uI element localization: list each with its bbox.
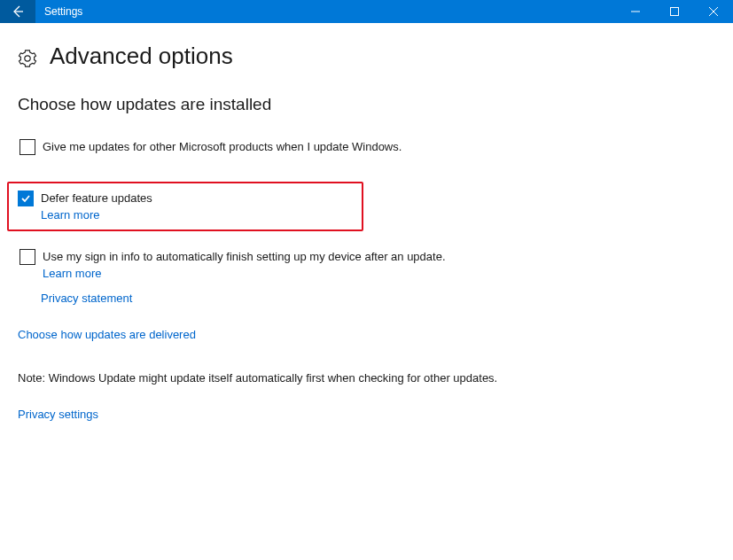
- learn-more-defer-link[interactable]: Learn more: [41, 207, 152, 223]
- learn-more-sign-in-link[interactable]: Learn more: [43, 266, 446, 282]
- option-sign-in: Use my sign in info to automatically fin…: [18, 244, 715, 286]
- svg-rect-2: [671, 8, 679, 16]
- page-title: Advanced options: [50, 43, 233, 70]
- back-button[interactable]: [0, 0, 35, 23]
- titlebar: Settings: [0, 0, 733, 23]
- option-ms-products-label: Give me updates for other Microsoft prod…: [43, 139, 402, 155]
- option-defer-text: Defer feature updates Learn more: [41, 191, 152, 222]
- option-sign-in-label: Use my sign in info to automatically fin…: [43, 250, 446, 263]
- option-sign-in-text: Use my sign in info to automatically fin…: [43, 249, 446, 281]
- privacy-statement-link[interactable]: Privacy statement: [41, 292, 715, 305]
- window-controls: [616, 0, 733, 23]
- maximize-button[interactable]: [655, 0, 694, 23]
- checkbox-sign-in[interactable]: [19, 249, 35, 265]
- close-button[interactable]: [694, 0, 733, 23]
- privacy-settings-link[interactable]: Privacy settings: [18, 408, 715, 421]
- page-header: Advanced options: [18, 43, 715, 70]
- section-heading: Choose how updates are installed: [18, 95, 715, 114]
- checkbox-ms-products[interactable]: [19, 139, 35, 155]
- option-defer-highlighted: Defer feature updates Learn more: [7, 182, 363, 231]
- checkmark-icon: [20, 193, 31, 204]
- choose-delivery-link[interactable]: Choose how updates are delivered: [18, 328, 715, 341]
- close-icon: [709, 7, 718, 16]
- window-title: Settings: [35, 5, 616, 18]
- option-defer-label: Defer feature updates: [41, 191, 152, 205]
- minimize-icon: [631, 7, 640, 16]
- minimize-button[interactable]: [616, 0, 655, 23]
- content-area: Advanced options Choose how updates are …: [0, 23, 733, 455]
- option-ms-products: Give me updates for other Microsoft prod…: [18, 134, 715, 160]
- arrow-left-icon: [11, 4, 25, 19]
- note-text: Note: Windows Update might update itself…: [18, 371, 715, 385]
- checkbox-defer[interactable]: [18, 191, 34, 206]
- gear-icon: [18, 49, 37, 68]
- maximize-icon: [670, 7, 679, 16]
